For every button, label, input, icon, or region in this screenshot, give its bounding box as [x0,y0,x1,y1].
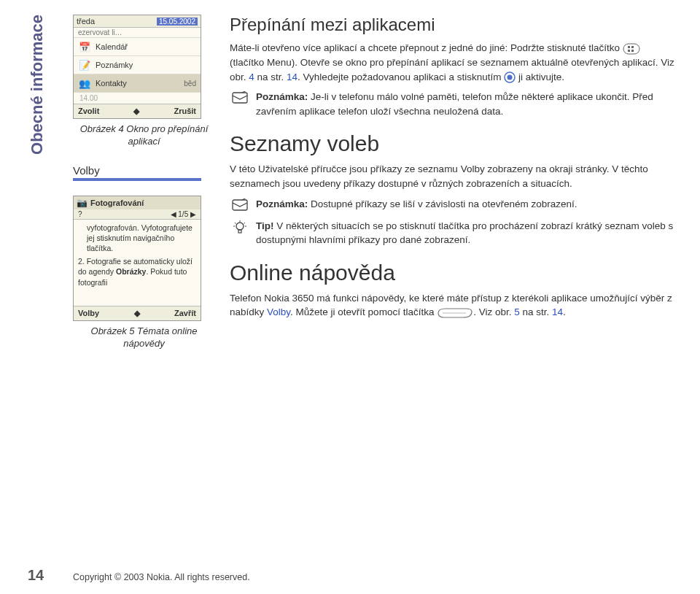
page-number: 14 [28,567,44,584]
note-text: Je-li v telefonu málo volné paměti, tele… [256,91,653,117]
paragraph-online-help: Telefon Nokia 3650 má funkci nápovědy, k… [230,291,677,320]
tip-icon [230,219,250,247]
note-block: Poznámka: Je-li v telefonu málo volné pa… [230,90,677,118]
softkey-nav: ◆ [133,107,139,116]
svg-rect-0 [623,44,639,54]
note-icon [230,90,250,118]
svg-line-13 [244,223,246,224]
paragraph-option-lists: V této Uživatelské příručce jsou příkazy… [230,162,677,190]
fig4-time: 14.00 [74,93,201,104]
fig4-item-contacts: 👥 Kontakty běd [74,74,201,93]
fig4-item-calendar: 📅 Kalendář [74,38,201,56]
fig4-item-label: Poznámky [96,61,133,69]
softkey-icon [437,306,473,320]
fig5-line: 2. Fotografie se automaticky uloží do ag… [78,256,196,288]
fig4-top: tředa 15.05.2002 [74,15,201,28]
nav-key-icon [504,72,516,83]
fig4-item-label: Kontakty [96,79,127,88]
fig5-line: vyfotografován. Vyfotografujete jej stis… [87,223,196,254]
question-icon: ? [78,210,82,218]
svg-rect-4 [631,50,634,52]
softkey-right: Zavřít [174,309,196,318]
link-page-14[interactable]: 14 [287,72,298,82]
fig5-header: 📷 Fotografování [74,196,201,209]
fig4-detail: běd [184,80,196,88]
fig4-day: tředa [77,17,95,26]
softkey-right: Zrušit [174,107,196,116]
volby-line [73,178,201,181]
note-label: Poznámka: [256,91,308,102]
figure-4-screenshot: tředa 15.05.2002 ezervovat li… 📅 Kalendá… [73,15,201,119]
figure-5-screenshot: 📷 Fotografování ? ◀ 1/5 ▶ vyfotografován… [73,196,201,321]
note-label: Poznámka: [256,198,308,209]
svg-rect-7 [233,93,247,103]
svg-line-12 [235,223,236,224]
note-icon [230,197,250,212]
link-volby: Volby [267,306,290,317]
svg-rect-8 [233,200,247,210]
fig4-list: 📅 Kalendář 📝 Poznámky 👥 Kontakty běd 14.… [74,38,201,104]
svg-rect-3 [628,50,630,52]
svg-rect-2 [631,46,634,48]
heading-switching-apps: Přepínání mezi aplikacemi [230,15,677,35]
figure-5-caption: Obrázek 5 Témata online nápovědy [73,325,215,350]
note-text: Dostupné příkazy se liší v závislosti na… [308,198,577,209]
fig4-softkeys: Zvolit ◆ Zrušit [74,104,201,118]
volby-heading: Volby [73,164,215,177]
fig5-body: vyfotografován. Vyfotografujete jej stis… [74,220,201,306]
fig5-softkeys: Volby ◆ Zavřít [74,306,201,320]
svg-point-9 [236,223,244,230]
figure-4-caption: Obrázek 4 Okno pro přepínání aplikací [73,123,215,148]
tip-block: Tip! V některých situacích se po stisknu… [230,219,677,247]
fig4-sub: ezervovat li… [74,28,201,38]
main-content: Přepínání mezi aplikacemi Máte-li otevře… [230,15,677,326]
fig5-subheader: ? ◀ 1/5 ▶ [74,209,201,220]
tip-label: Tip! [256,220,274,231]
help-icon: 📷 [77,198,88,208]
contacts-icon: 👥 [78,77,91,90]
notes-icon: 📝 [78,58,91,72]
copyright-footer: Copyright © 2003 Nokia. All rights reser… [73,572,250,582]
fig4-date: 15.05.2002 [157,18,198,26]
fig5-counter: 1/5 [178,210,188,218]
calendar-icon: 📅 [78,40,91,53]
left-column: tředa 15.05.2002 ezervovat li… 📅 Kalendá… [73,15,215,350]
heading-online-help: Online nápověda [230,261,677,285]
tip-text: V některých situacích se po stisknutí tl… [256,220,673,246]
link-page-14b[interactable]: 14 [552,306,563,317]
heading-option-lists: Seznamy voleb [230,131,677,156]
svg-rect-1 [628,46,630,48]
note-block: Poznámka: Dostupné příkazy se liší v záv… [230,197,677,212]
softkey-left: Volby [78,309,99,318]
softkey-nav: ◆ [134,309,140,318]
paragraph-switching-apps: Máte-li otevřeno více aplikací a chcete … [230,41,677,84]
fig4-item-notes: 📝 Poznámky [74,56,201,74]
link-fig-5[interactable]: 5 [514,306,520,317]
link-fig-4[interactable]: 4 [249,72,254,82]
section-tab: Obecné informace [28,15,47,155]
svg-point-6 [508,75,513,80]
softkey-left: Zvolit [78,107,99,116]
fig5-title: Fotografování [90,198,144,207]
menu-key-icon [623,42,640,56]
fig4-item-label: Kalendář [96,42,128,51]
